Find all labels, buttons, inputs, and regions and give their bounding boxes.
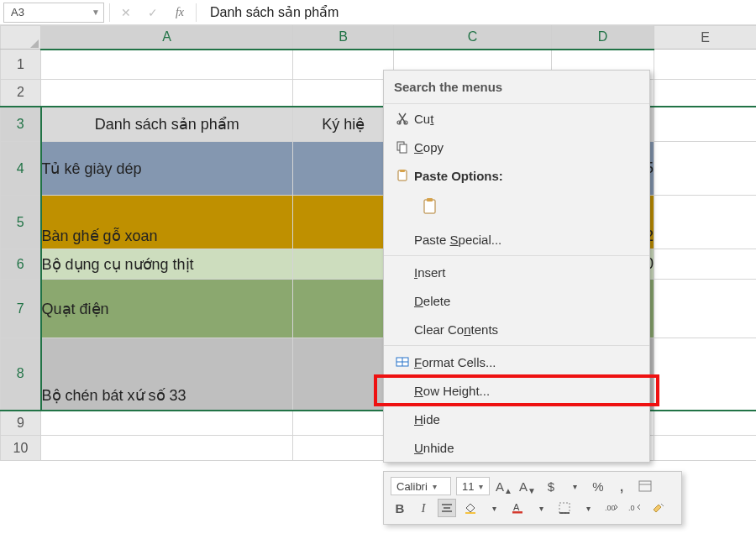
menu-search-label: Search the menus [394, 80, 502, 94]
column-header[interactable]: B [293, 26, 394, 50]
format-painter-button[interactable] [649, 499, 668, 517]
column-header[interactable]: C [394, 26, 552, 50]
font-color-button[interactable]: A [508, 499, 527, 517]
select-all-corner[interactable] [1, 26, 41, 50]
cell[interactable] [293, 436, 394, 461]
fill-color-button[interactable] [461, 499, 480, 517]
italic-button[interactable]: I [414, 499, 433, 517]
more-icon[interactable] [636, 477, 654, 495]
cell[interactable]: Tủ kê giày dép [41, 142, 293, 196]
row-header[interactable]: 4 [1, 142, 41, 196]
shrink-font-button[interactable]: A▼ [518, 477, 537, 495]
divider [109, 3, 110, 22]
menu-item-unhide[interactable]: Unhide [384, 433, 649, 462]
row-header[interactable]: 8 [1, 338, 41, 411]
fx-icon[interactable]: fx [169, 6, 191, 19]
column-header[interactable]: E [654, 26, 757, 50]
chevron-down-icon[interactable]: ▾ [565, 477, 584, 495]
cell[interactable] [293, 142, 394, 196]
row-header[interactable]: 2 [1, 80, 41, 107]
cell[interactable] [293, 338, 394, 411]
row-header[interactable]: 7 [1, 280, 41, 338]
cell[interactable] [41, 436, 293, 461]
cell[interactable] [654, 338, 757, 411]
menu-item-insert[interactable]: Insert [384, 258, 649, 286]
align-center-button[interactable] [438, 499, 456, 517]
cell[interactable] [654, 196, 757, 249]
svg-rect-16 [465, 512, 475, 514]
cell[interactable] [654, 50, 757, 80]
increase-decimal-button[interactable]: .00 [602, 499, 621, 517]
cell[interactable] [293, 196, 394, 249]
font-size-dropdown[interactable]: 11 ▾ [456, 477, 490, 495]
decrease-decimal-button[interactable]: .0 [626, 499, 644, 517]
row-header[interactable]: 3 [1, 107, 41, 142]
chevron-down-icon[interactable]: ▾ [579, 499, 597, 517]
cell[interactable]: Bàn ghế gỗ xoan [41, 196, 293, 249]
comma-style-button[interactable]: , [612, 477, 631, 495]
menu-item-format-cells[interactable]: Format Cells... [384, 348, 649, 376]
row-header[interactable]: 5 [1, 196, 41, 249]
menu-item-paste-special[interactable]: Paste Special... [384, 225, 649, 254]
menu-item-clear-contents[interactable]: Clear Contents [384, 315, 649, 343]
menu-item-copy[interactable]: Copy [384, 133, 649, 161]
grow-font-button[interactable]: A▲ [495, 477, 513, 495]
percent-button[interactable]: % [589, 477, 607, 495]
menu-search[interactable]: Search the menus [384, 71, 649, 104]
bold-button[interactable]: B [391, 499, 409, 517]
row-header[interactable]: 9 [1, 411, 41, 436]
cell[interactable] [293, 249, 394, 280]
menu-item-row-height[interactable]: Row Height... [384, 376, 649, 405]
menu-label: Cut [414, 112, 433, 126]
cell[interactable] [654, 411, 757, 436]
chevron-down-icon[interactable]: ▾ [485, 499, 503, 517]
column-header[interactable]: D [552, 26, 654, 50]
mini-toolbar: Calibri ▾ 11 ▾ A▲ A▼ $ ▾ % , B I ▾ A ▾ [383, 471, 682, 525]
cell[interactable] [654, 107, 757, 142]
menu-item-hide[interactable]: Hide [384, 405, 649, 433]
paste-options-row [384, 190, 649, 225]
chevron-down-icon[interactable]: ▾ [532, 499, 550, 517]
chevron-down-icon: ▼ [92, 8, 100, 17]
cell[interactable] [41, 50, 293, 80]
row-header[interactable]: 1 [1, 50, 41, 80]
cell[interactable] [41, 411, 293, 436]
svg-rect-7 [427, 198, 433, 201]
name-box[interactable]: A3 ▼ [3, 3, 104, 23]
borders-button[interactable] [555, 499, 574, 517]
menu-label: Paste Options: [414, 169, 503, 183]
menu-label: Insert [414, 265, 446, 280]
svg-rect-3 [400, 144, 407, 153]
font-dropdown[interactable]: Calibri ▾ [391, 477, 451, 495]
cell[interactable]: Ký hiệ [293, 107, 394, 142]
cell[interactable] [293, 411, 394, 436]
cell[interactable] [654, 249, 757, 280]
cell[interactable] [654, 280, 757, 338]
cell[interactable] [293, 280, 394, 338]
row-header[interactable]: 10 [1, 436, 41, 461]
cell[interactable] [293, 80, 394, 107]
cell[interactable] [293, 50, 394, 80]
cell[interactable] [654, 142, 757, 196]
cell[interactable] [41, 80, 293, 107]
menu-item-delete[interactable]: Delete [384, 286, 649, 315]
column-header-row: A B C D E [1, 26, 757, 50]
menu-label: Unhide [414, 441, 454, 455]
menu-item-cut[interactable]: Cut [384, 104, 649, 133]
formula-input[interactable]: Danh sách sản phẩm [202, 4, 753, 20]
cell[interactable]: Bộ chén bát xứ số 33 [41, 338, 293, 411]
cell[interactable]: Quạt điện [41, 280, 293, 338]
separator [384, 255, 649, 256]
cell[interactable] [654, 436, 757, 461]
menu-label: Delete [414, 294, 450, 308]
cell[interactable] [654, 80, 757, 107]
column-header[interactable]: A [41, 26, 293, 50]
paste-button[interactable] [417, 193, 444, 220]
row-header[interactable]: 6 [1, 249, 41, 280]
cell[interactable]: Bộ dụng cụ nướng thịt [41, 249, 293, 280]
svg-text:.0: .0 [628, 504, 635, 512]
svg-rect-11 [639, 481, 651, 491]
currency-button[interactable]: $ [542, 477, 560, 495]
menu-label: Hide [414, 412, 440, 427]
cell[interactable]: Danh sách sản phẩm [41, 107, 293, 142]
